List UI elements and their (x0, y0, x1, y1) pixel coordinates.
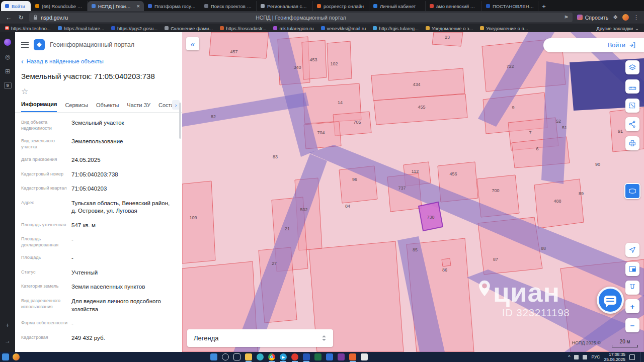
field-row: Кадастровый квартал71:05:040203 (15, 182, 182, 197)
nspd-logo[interactable] (34, 39, 45, 50)
services-grid-icon[interactable]: ⊞ (4, 67, 12, 75)
collapse-panel-button[interactable]: « (186, 37, 199, 50)
print-tool-button[interactable] (625, 136, 639, 150)
panel-tab[interactable]: Сервисы (65, 102, 88, 112)
legend-button[interactable]: Легенда (187, 329, 333, 347)
browser-tab[interactable]: ПОСТАНОВЛЕНИ... (482, 1, 538, 11)
zoom-out-button[interactable]: − (625, 318, 639, 332)
back-link-label: Назад в найденные объекты (27, 58, 104, 64)
tab-favicon-icon (5, 4, 9, 8)
language-indicator[interactable]: РУС (591, 354, 600, 359)
excel-icon[interactable] (314, 353, 321, 360)
map-viewport[interactable]: 4573404531022372243445514970570476112456… (182, 32, 644, 352)
network-icon[interactable] (583, 355, 587, 359)
collapse-rail-icon[interactable]: → (4, 337, 12, 345)
action-center-icon[interactable] (629, 354, 635, 360)
browser-tab[interactable]: Войти (1, 1, 31, 11)
share-tool-button[interactable] (625, 117, 639, 131)
mail-app-icon[interactable] (349, 353, 356, 360)
alice-sidebar-icon[interactable] (4, 38, 12, 46)
tab-title: Поиск проектов д... (211, 4, 252, 9)
outlook-icon[interactable] (326, 353, 333, 360)
field-row: Дата присвоения24.05.2025 (15, 153, 182, 168)
news-widget-icon[interactable] (2, 353, 9, 360)
browser-tab[interactable]: Личный кабинет (369, 1, 426, 11)
bookmark-item[interactable]: https://pgs2.gosu... (111, 26, 157, 31)
other-bookmarks-button[interactable]: Другие закладки ⌄ (596, 26, 639, 31)
downloads-badge[interactable]: 9 (4, 82, 12, 89)
omnibox[interactable]: nspd.gov.ru НСПД | Геоинформационный пор… (29, 13, 573, 22)
taskbar-clock[interactable]: 17:08:35 25.06.2025 (604, 352, 625, 362)
search-button[interactable] (222, 353, 229, 360)
bookmark-label: https://mail.tulare... (64, 26, 104, 31)
browser-tab[interactable]: (66) Roundcube We... (31, 1, 88, 11)
field-value: 71:05:040203:738 (71, 171, 118, 179)
yandex-browser-icon[interactable] (291, 353, 298, 360)
bookmark-item[interactable]: venevkks@mail.ru (321, 26, 366, 31)
back-link[interactable]: ‹ Назад в найденные объекты (15, 55, 182, 67)
volume-icon[interactable] (574, 355, 579, 359)
map-parcel[interactable] (327, 41, 352, 80)
chrome-icon[interactable] (268, 353, 275, 360)
zoom-in-button[interactable]: + (625, 299, 639, 313)
bookmark-item[interactable]: Уведомление о з... (426, 26, 473, 31)
show-desktop-button[interactable] (640, 352, 641, 362)
edge-icon[interactable] (257, 353, 264, 360)
tab-close-icon[interactable]: × (136, 3, 140, 9)
browser-tab[interactable]: Поиск проектов д... (200, 1, 257, 11)
file-explorer-icon[interactable] (245, 353, 252, 360)
bookmark-item[interactable]: mk.tularegion.ru (273, 26, 313, 31)
bookmark-item[interactable]: https://roscadastr... (220, 26, 266, 31)
menu-burger-icon[interactable] (21, 42, 29, 48)
panel-tab[interactable]: Информация (21, 101, 57, 112)
notepad-icon[interactable] (361, 353, 368, 360)
tray-chevron-icon[interactable]: ^ (568, 354, 570, 359)
bookmark-flag-icon[interactable]: ⚑ (564, 15, 569, 20)
onenote-icon[interactable] (338, 353, 345, 360)
favorite-star-icon[interactable]: ☆ (15, 81, 182, 97)
ask-alice-button[interactable]: Спросить (577, 15, 608, 21)
bookmark-item[interactable]: Mhttps://rm.techno... (5, 26, 51, 31)
task-view-button[interactable] (233, 353, 240, 360)
bookmark-item[interactable]: Склонение фами... (165, 26, 213, 31)
map-parcel[interactable] (182, 181, 215, 263)
tabs-overflow-chevron-icon[interactable]: › (172, 100, 180, 110)
new-tab-button[interactable]: + (538, 1, 549, 11)
bookmark-item[interactable]: https://mail.tulare... (58, 26, 104, 31)
telegram-icon[interactable] (280, 353, 287, 360)
measure-area-tool-button[interactable] (625, 99, 639, 113)
map-parcel[interactable] (534, 179, 584, 228)
layers-tool-button[interactable] (625, 60, 639, 74)
reload-icon[interactable]: ↻ (17, 14, 25, 21)
browser-tab[interactable]: НСПД | Геоинфо...× (88, 1, 144, 11)
assistant-chat-button[interactable] (597, 287, 624, 314)
browser-tab[interactable]: амо веневский рай... (426, 1, 482, 11)
minimap-tool-button[interactable] (625, 262, 639, 276)
back-icon[interactable]: ← (5, 14, 13, 21)
bookmark-favicon-icon (58, 26, 62, 30)
weather-widget-icon[interactable] (13, 353, 20, 360)
panel-tab[interactable]: Части ЗУ (127, 102, 150, 112)
browser-menu-icon[interactable]: ⋮ (633, 14, 639, 21)
browser-tab[interactable]: Платформа госуда... (144, 1, 200, 11)
locate-tool-button[interactable] (625, 243, 639, 257)
ruler-tool-button[interactable] (625, 79, 639, 94)
map-parcel[interactable] (442, 258, 451, 266)
browser-tab[interactable]: Региональная сист... (257, 1, 313, 11)
login-bar[interactable]: Войти (543, 38, 644, 52)
browser-tab[interactable]: росреестр онлайн (313, 1, 369, 11)
word-icon[interactable] (303, 353, 310, 360)
add-panel-icon[interactable]: + (4, 321, 12, 329)
bookmark-item[interactable]: http://rgis.tulareg... (373, 26, 419, 31)
panorama-tool-button[interactable] (624, 183, 640, 199)
bookmark-item[interactable]: Уведомление о п... (480, 26, 528, 31)
camera-icon[interactable]: ◎ (4, 53, 12, 61)
tab-favicon-icon (261, 4, 265, 8)
snap-tool-button[interactable] (625, 281, 639, 295)
panel-scrollbar[interactable] (179, 103, 181, 139)
start-button[interactable] (210, 353, 217, 360)
profile-avatar[interactable] (622, 14, 629, 21)
panel-tab[interactable]: Объекты (96, 102, 119, 112)
map-parcel[interactable] (209, 32, 269, 58)
extensions-icon[interactable]: ❖ (613, 14, 618, 21)
